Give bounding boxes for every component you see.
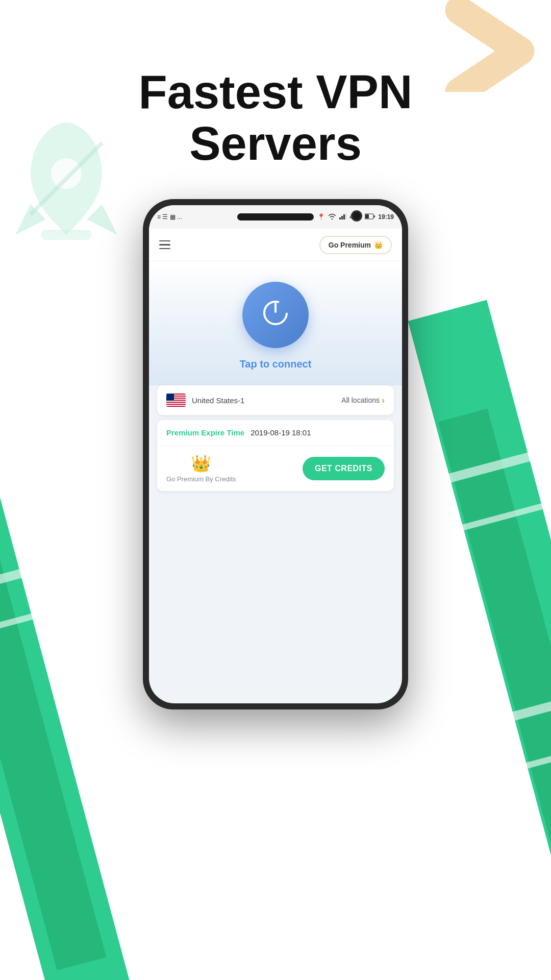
expire-row: Premium Expire Time 2019-08-19 18:01 (157, 420, 394, 446)
status-left-icons: ≡ ☰ ▦ ... (157, 213, 182, 220)
expire-label: Premium Expire Time (166, 428, 244, 437)
time-display: 19:19 (378, 213, 394, 220)
flag-canton (166, 394, 174, 401)
crown-icon-header: 👑 (374, 241, 383, 249)
phone-screen: ≡ ☰ ▦ ... 📍 (149, 205, 402, 703)
get-credits-button[interactable]: GET CREDITS (303, 457, 385, 480)
go-premium-credits-label: Go Premium By Credits (166, 475, 236, 483)
us-flag (166, 394, 186, 407)
svg-rect-3 (339, 217, 341, 219)
svg-rect-5 (343, 214, 345, 219)
app-header: Go Premium 👑 (149, 229, 402, 261)
svg-rect-6 (345, 213, 346, 219)
location-left: United States-1 (166, 394, 244, 407)
credits-left: 👑 Go Premium By Credits (166, 454, 236, 483)
power-button[interactable] (242, 282, 309, 348)
credits-row: 👑 Go Premium By Credits GET CREDITS (157, 446, 394, 491)
all-locations-label: All locations (341, 396, 380, 404)
svg-rect-4 (341, 216, 343, 219)
notification-icons: ≡ ☰ ▦ ... (157, 213, 182, 220)
phone-mockup: ≡ ☰ ▦ ... 📍 (143, 199, 408, 709)
crown-icon-credits: 👑 (191, 454, 211, 473)
power-icon (262, 300, 289, 330)
go-premium-button[interactable]: Go Premium 👑 (319, 236, 392, 254)
signal-icon (339, 213, 346, 221)
svg-rect-8 (365, 214, 369, 218)
all-locations-button[interactable]: All locations › (341, 395, 385, 406)
premium-card: Premium Expire Time 2019-08-19 18:01 👑 G… (157, 420, 394, 491)
expire-date: 2019-08-19 18:01 (251, 428, 311, 437)
svg-rect-9 (374, 215, 375, 217)
menu-button[interactable] (159, 240, 170, 250)
location-name: United States-1 (192, 396, 244, 405)
tap-to-connect-label[interactable]: Tap to connect (240, 358, 312, 370)
svg-rect-1 (41, 230, 92, 240)
phone-body: ≡ ☰ ▦ ... 📍 (143, 199, 408, 709)
phone-camera (351, 210, 362, 222)
battery-icon (365, 213, 375, 221)
chevron-right-icon: › (382, 395, 385, 406)
go-premium-label: Go Premium (329, 241, 371, 249)
phone-speaker (237, 213, 314, 220)
page-title: Fastest VPN Servers (0, 66, 551, 169)
wifi-icon (328, 213, 336, 221)
location-icon: 📍 (317, 213, 325, 220)
location-card[interactable]: United States-1 All locations › (157, 385, 394, 415)
connect-area: Tap to connect (149, 261, 402, 385)
